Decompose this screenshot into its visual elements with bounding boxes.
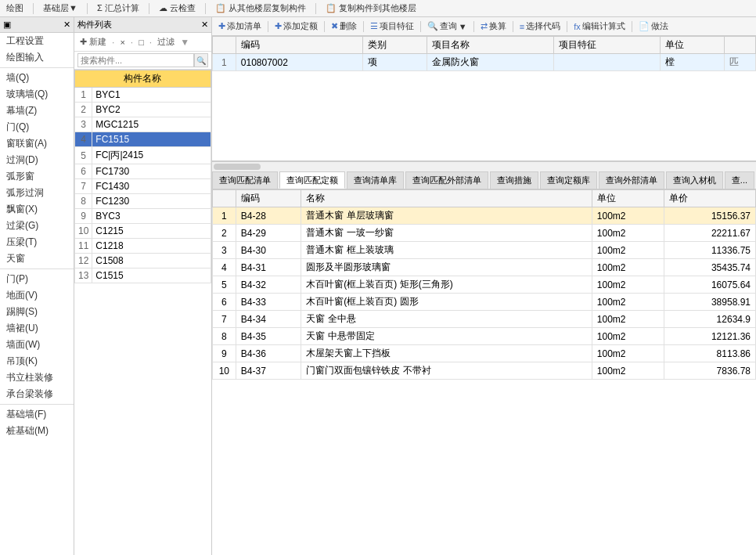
search-button[interactable]: 🔍 — [194, 53, 208, 67]
sidebar-item-drawing[interactable]: 绘图输入 — [0, 49, 74, 66]
sidebar-item-bay-window[interactable]: 飘窗(X) — [0, 201, 74, 218]
list-item[interactable]: 1BYC1 — [75, 88, 211, 103]
copy-to-floor-btn[interactable]: 📋 复制构件到其他楼层 — [322, 2, 419, 15]
add-clear-btn[interactable]: ✚添加清单 — [215, 20, 265, 33]
list-item[interactable]: 2BYC2 — [75, 103, 211, 117]
delete-btn[interactable]: ✖删除 — [328, 20, 360, 33]
unit-cell: 100m2 — [592, 242, 664, 259]
list-item[interactable]: 4FC1515 — [75, 132, 211, 147]
row-num: 3 — [75, 117, 92, 132]
name-cell: 普通木窗 框上装玻璃 — [301, 242, 592, 259]
sidebar-item-floor[interactable]: 地面(V) — [0, 287, 74, 304]
sidebar-item-press-beam[interactable]: 压梁(T) — [0, 234, 74, 250]
middle-panel-close[interactable]: ✕ — [201, 20, 208, 30]
list-item[interactable]: 13C1515 — [75, 268, 211, 283]
component-name-cell: C1215 — [92, 224, 211, 239]
tab-query-more[interactable]: 查... — [725, 171, 754, 189]
tab-query-material[interactable]: 查询入材机 — [666, 171, 723, 189]
list-item[interactable]: 7FC1430 — [75, 179, 211, 194]
sidebar-item-lintel[interactable]: 过梁(G) — [0, 218, 74, 234]
search-input[interactable] — [77, 53, 194, 67]
sidebar-item-arc-window[interactable]: 弧形窗 — [0, 168, 74, 185]
base-layer-btn[interactable]: 基础层▼ — [40, 2, 81, 15]
sidebar-item-curtain-wall[interactable]: 幕墙(Z) — [0, 103, 74, 119]
list-item[interactable]: 11C1218 — [75, 239, 211, 254]
code-cell: B4-31 — [236, 259, 301, 276]
search-box: 🔍 — [74, 52, 211, 70]
row-num: 7 — [212, 311, 236, 328]
table-row[interactable]: 7 B4-34 天窗 全中悬 100m2 12634.9 — [212, 311, 755, 328]
do-work-btn[interactable]: 📄做法 — [635, 20, 671, 33]
list-item[interactable]: 3MGC1215 — [75, 117, 211, 132]
sidebar-item-wall-skirt[interactable]: 墙裙(U) — [0, 320, 74, 337]
sidebar-item-window-combo[interactable]: 窗联窗(A) — [0, 135, 74, 152]
sidebar-item-arch-opening[interactable]: 过洞(D) — [0, 152, 74, 168]
sidebar-item-skylight[interactable]: 天窗 — [0, 250, 74, 267]
sidebar-item-wall[interactable]: 墙(Q) — [0, 70, 74, 86]
sidebar-item-ceiling[interactable]: 吊顶(K) — [0, 353, 74, 369]
sidebar-item-engineering[interactable]: 工程设置 — [0, 33, 74, 49]
sidebar-item-column-finish[interactable]: 书立柱装修 — [0, 369, 74, 386]
sidebar-item-door-p[interactable]: 门(P) — [0, 271, 74, 287]
sidebar-item-baseboard[interactable]: 踢脚(S) — [0, 304, 74, 320]
component-name-cell: FC1230 — [92, 194, 211, 209]
copy-from-floor-btn[interactable]: 📋 从其他楼层复制构件 — [212, 2, 309, 15]
tab-query-clear-lib[interactable]: 查询清单库 — [347, 171, 404, 189]
row-num: 10 — [212, 362, 236, 380]
tab-query-measures[interactable]: 查询措施 — [490, 171, 538, 189]
copy-component-btn[interactable]: □ — [136, 37, 146, 48]
h-scrollbar[interactable] — [212, 161, 756, 171]
sidebar-item-arc-opening[interactable]: 弧形过洞 — [0, 185, 74, 201]
replace-btn[interactable]: ⇄换算 — [477, 20, 509, 33]
bottom-tabs: 查询匹配清单 查询匹配定额 查询清单库 查询匹配外部清单 查询措施 查询定额库 … — [212, 171, 756, 189]
cloud-check-btn[interactable]: ☁ 云检查 — [156, 2, 199, 15]
list-item[interactable]: 5FC|丙|2415 — [75, 147, 211, 164]
sum-calc-btn[interactable]: Σ 汇总计算 — [94, 2, 142, 15]
table-row[interactable]: 9 B4-36 木屋架天窗上下挡板 100m2 8113.86 — [212, 345, 755, 362]
component-name-cell: FC1430 — [92, 179, 211, 194]
table-row[interactable]: 4 B4-31 圆形及半圆形玻璃窗 100m2 35435.74 — [212, 259, 755, 276]
table-row[interactable]: 5 B4-32 木百叶窗(框上装百页) 矩形(三角形) 100m2 16075.… — [212, 276, 755, 294]
table-row[interactable]: 6 B4-33 木百叶窗(框上装百页) 圆形 100m2 38958.91 — [212, 294, 755, 311]
sidebar-item-door[interactable]: 门(Q) — [0, 119, 74, 135]
table-row[interactable]: 2 B4-29 普通木窗 一玻一纱窗 100m2 22211.67 — [212, 225, 755, 242]
draw-btn[interactable]: 绘图 — [3, 2, 27, 15]
divider-5 — [315, 3, 316, 14]
component-name-header: 构件名称 — [75, 70, 211, 88]
name-cell: 木百叶窗(框上装百页) 圆形 — [301, 294, 592, 311]
table-row[interactable]: 10 B4-37 门窗门双面包镶锌铁皮 不带衬 100m2 7836.78 — [212, 362, 755, 380]
tab-query-match-clear[interactable]: 查询匹配清单 — [212, 171, 278, 189]
list-item[interactable]: 6FC1730 — [75, 164, 211, 179]
tab-query-external-clear[interactable]: 查询外部清单 — [599, 171, 664, 189]
sidebar-item-beam-finish[interactable]: 承台梁装修 — [0, 386, 74, 402]
sidebar-item-glass-wall[interactable]: 玻璃墙(Q) — [0, 86, 74, 103]
delete-component-btn[interactable]: × — [117, 37, 127, 48]
list-item[interactable]: 9BYC3 — [75, 209, 211, 224]
filter-btn[interactable]: 过滤 — [155, 35, 177, 49]
list-item[interactable]: 10C1215 — [75, 224, 211, 239]
table-row[interactable]: 1 010807002 项 金属防火窗 樘 匹 — [212, 54, 755, 71]
divider-4 — [205, 3, 206, 14]
table-row[interactable]: 1 B4-28 普通木窗 单层玻璃窗 100m2 15156.37 — [212, 207, 755, 225]
tab-query-match-external[interactable]: 查询匹配外部清单 — [405, 171, 488, 189]
add-fee-btn[interactable]: ✚添加定额 — [272, 20, 321, 33]
new-component-btn[interactable]: ✚ 新建 — [77, 35, 109, 49]
sidebar-item-wall-surface[interactable]: 墙面(W) — [0, 337, 74, 353]
h-scroll-thumb[interactable] — [214, 164, 261, 170]
list-item[interactable]: 12C1508 — [75, 254, 211, 268]
sidebar-item-pile-found[interactable]: 桩基础(M) — [0, 423, 74, 439]
table-row[interactable]: 3 B4-30 普通木窗 框上装玻璃 100m2 11336.75 — [212, 242, 755, 259]
sidebar-item-found-wall[interactable]: 基础墙(F) — [0, 406, 74, 423]
list-item[interactable]: 8FC1230 — [75, 194, 211, 209]
project-feature-btn[interactable]: ☰项目特征 — [367, 20, 417, 33]
middle-panel-title: 构件列表 — [77, 19, 112, 31]
tab-query-fee-lib[interactable]: 查询定额库 — [540, 171, 597, 189]
select-code-btn[interactable]: ≡选择代码 — [517, 20, 563, 33]
divider — [0, 67, 74, 68]
left-panel-close[interactable]: ✕ — [63, 20, 70, 30]
tab-query-match-fee[interactable]: 查询匹配定额 — [279, 171, 345, 189]
edit-formula-btn[interactable]: fx编辑计算式 — [571, 20, 628, 33]
query-btn[interactable]: 🔍查询 ▼ — [424, 20, 470, 33]
table-row[interactable]: 8 B4-35 天窗 中悬带固定 100m2 12121.36 — [212, 328, 755, 345]
component-name-cell: C1218 — [92, 239, 211, 254]
